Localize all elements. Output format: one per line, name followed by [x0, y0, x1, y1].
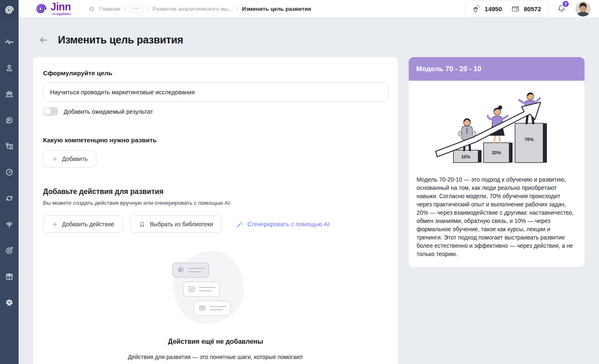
logo-subtitle: ex-AppRaise — [52, 12, 71, 16]
chat-icon[interactable] — [5, 115, 14, 125]
balance-widget[interactable]: 14950 80572 — [465, 0, 548, 17]
notifications-button[interactable]: 7 — [556, 3, 567, 14]
empty-state-text: Действия для развития — это понятные шаг… — [118, 353, 313, 364]
claps-counter: 14950 — [472, 4, 502, 13]
coins-value: 80572 — [524, 5, 541, 12]
breadcrumb-home[interactable]: Главная — [99, 6, 120, 12]
app-root: Jinn ex-AppRaise Главная / ··· / Развити… — [0, 0, 599, 364]
clap-icon — [472, 4, 481, 13]
empty-state-illustration — [162, 250, 269, 325]
page-title: Изменить цель развития — [58, 34, 183, 46]
sidebar-logo[interactable] — [0, 0, 19, 20]
goal-form-card: Сформулируйте цель Добавить ожидаемый ре… — [33, 57, 398, 364]
panel-header: Модель 70 - 20 - 10 — [409, 57, 585, 81]
toggle-label: Добавить ожидаемый результат — [64, 108, 153, 115]
topbar: Jinn ex-AppRaise Главная / ··· / Развити… — [19, 0, 599, 17]
gift-icon[interactable] — [5, 272, 14, 281]
add-action-button[interactable]: Добавить действие — [43, 216, 123, 233]
sidebar — [0, 0, 19, 364]
sync-icon[interactable] — [5, 194, 14, 203]
ai-link-label: Сгенерировать с помощью AI — [247, 221, 330, 228]
logo-name: Jinn — [50, 2, 71, 12]
book-icon — [139, 221, 146, 228]
goal-input[interactable] — [43, 82, 389, 102]
sidebar-nav — [5, 20, 14, 307]
back-arrow-icon[interactable] — [38, 35, 48, 45]
podium-label-10: 10% — [461, 154, 470, 159]
page-content: Изменить цель развития Сформулируйте цел… — [19, 17, 599, 364]
topbar-right: 14950 80572 — [465, 0, 591, 17]
choose-from-library-button[interactable]: Выбрать из библиотеки — [130, 216, 222, 233]
add-competency-button[interactable]: Добавить — [43, 150, 96, 168]
app-logo[interactable]: Jinn ex-AppRaise — [35, 2, 71, 16]
panel-description: Модель 70-20-10 — это подход к обучению … — [409, 170, 585, 258]
breadcrumb-parent[interactable]: Развитие аналитического мы... — [153, 6, 233, 12]
competency-label: Какую компетенцию нужно развить — [43, 136, 388, 144]
generate-with-ai-link[interactable]: Сгенерировать с помощью AI — [236, 220, 330, 228]
add-action-label: Добавить действие — [62, 221, 114, 228]
actions-section-title: Добавьте действия для развития — [43, 187, 388, 196]
claps-value: 14950 — [485, 5, 502, 12]
wallet-icon — [511, 4, 520, 13]
expected-result-toggle[interactable] — [43, 107, 58, 116]
mini-card-book — [194, 301, 230, 316]
goal-label: Сформулируйте цель — [43, 69, 388, 77]
pulse-activity-icon[interactable] — [5, 37, 14, 47]
breadcrumb-collapsed[interactable]: ··· — [129, 5, 144, 13]
actions-empty-state: Действия ещё не добавлены Действия для р… — [43, 250, 388, 364]
breadcrumb-current: Изменить цель развития — [242, 6, 311, 12]
library-button-label: Выбрать из библиотеки — [150, 221, 213, 228]
breadcrumb: Главная / ··· / Развитие аналитического … — [88, 5, 311, 13]
panel-title: Модель 70 - 20 - 10 — [416, 65, 481, 73]
model-illustration: 10% 20% 70% — [409, 81, 585, 170]
home-icon[interactable] — [88, 5, 95, 12]
actions-section-subtitle: Вы можете создать действия вручную или с… — [43, 200, 388, 206]
coins-counter: 80572 — [511, 4, 541, 13]
podium-label-20: 20% — [491, 150, 501, 155]
podium-label-70: 70% — [524, 137, 533, 142]
plus-icon — [52, 156, 58, 162]
plus-icon — [52, 221, 58, 228]
user-icon[interactable] — [5, 63, 14, 73]
target-icon[interactable] — [5, 246, 14, 255]
spiral-logo-icon — [35, 2, 48, 16]
mini-card-checkbox — [183, 282, 220, 297]
user-avatar[interactable] — [575, 1, 591, 17]
notifications-badge: 7 — [562, 0, 570, 8]
mini-card-chat — [173, 263, 209, 278]
model-702010-panel: Модель 70 - 20 - 10 — [409, 57, 585, 267]
org-structure-icon[interactable] — [5, 141, 14, 151]
page-header: Изменить цель развития — [33, 34, 585, 46]
empty-state-title: Действия ещё не добавлены — [168, 338, 263, 345]
team-icon[interactable] — [5, 89, 14, 99]
main-column: Jinn ex-AppRaise Главная / ··· / Развити… — [19, 0, 599, 364]
add-competency-label: Добавить — [62, 156, 88, 162]
settings-gear-icon[interactable] — [5, 298, 14, 307]
gauge-icon[interactable] — [5, 168, 14, 177]
magic-wand-icon — [236, 220, 244, 228]
spiral-logo-icon — [4, 4, 15, 16]
sprout-icon[interactable] — [5, 220, 14, 229]
